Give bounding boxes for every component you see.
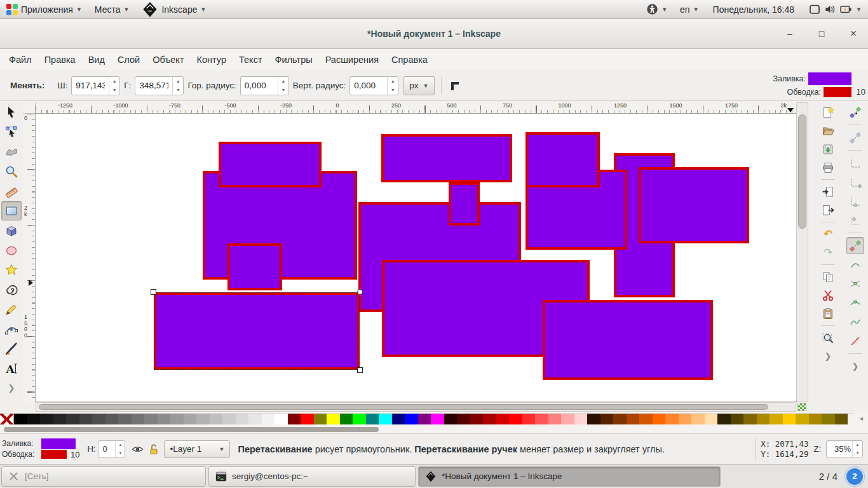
palette-swatch[interactable] xyxy=(470,414,484,424)
app-menu-inkscape[interactable]: Inkscape ▼ xyxy=(135,0,212,18)
palette-swatch[interactable] xyxy=(327,414,340,424)
spin-arrows[interactable]: ▲▼ xyxy=(387,77,398,95)
notification-badge[interactable]: 2 xyxy=(846,468,863,485)
palette-swatch[interactable] xyxy=(600,414,614,424)
keyboard-layout-menu[interactable]: en ▼ xyxy=(674,4,705,15)
save-document-button[interactable] xyxy=(819,140,837,158)
palette-swatch[interactable] xyxy=(275,414,288,424)
palette-swatch[interactable] xyxy=(170,414,184,424)
palette-scroll-left-icon[interactable]: ◂ xyxy=(859,414,863,423)
copy-button[interactable] xyxy=(819,268,837,285)
palette-swatch[interactable] xyxy=(353,414,366,424)
status-fill-swatch[interactable] xyxy=(41,438,76,449)
palette-swatch-none[interactable] xyxy=(0,414,14,424)
radius-handle-ne[interactable] xyxy=(357,289,363,295)
status-stroke-swatch[interactable] xyxy=(41,450,67,459)
layer-visibility-eye-icon[interactable] xyxy=(132,445,144,454)
menu-text[interactable]: Текст xyxy=(233,51,269,69)
palette-swatch[interactable] xyxy=(743,414,757,424)
window-titlebar[interactable]: *Новый документ 1 – Inkscape – □ × xyxy=(0,19,868,49)
opacity-spinbox[interactable]: 0 ▲▼ xyxy=(98,440,125,458)
canvas-rectangle[interactable] xyxy=(639,167,749,243)
palette-swatch[interactable] xyxy=(705,414,718,424)
palette-swatch[interactable] xyxy=(53,414,67,424)
minimize-button[interactable]: – xyxy=(783,27,797,41)
zoom-drawing-button[interactable] xyxy=(819,329,837,346)
palette-swatch[interactable] xyxy=(262,414,275,424)
tool-node-editor[interactable] xyxy=(1,122,22,142)
taskbar-item-inkscape-active[interactable]: *Новый документ 1 – Inkscape xyxy=(418,466,721,487)
ry-spinbox[interactable]: ▲▼ xyxy=(349,76,398,95)
snap-bbox-corners-toggle[interactable] xyxy=(846,173,864,191)
palette-swatch[interactable] xyxy=(639,414,653,424)
menu-extensions[interactable]: Расширения xyxy=(319,51,385,69)
snap-cusp-nodes-toggle[interactable] xyxy=(846,313,864,330)
spin-arrows[interactable]: ▲▼ xyxy=(115,441,125,458)
palette-swatch[interactable] xyxy=(340,414,353,424)
palette-swatch[interactable] xyxy=(627,414,640,424)
palette-swatch[interactable] xyxy=(548,414,562,424)
palette-swatch[interactable] xyxy=(822,414,835,424)
rx-spinbox[interactable]: ▲▼ xyxy=(240,76,289,95)
snap-bbox-edge-midpoints-toggle[interactable] xyxy=(846,193,864,210)
tool-pencil[interactable] xyxy=(1,299,22,319)
tool-measure[interactable] xyxy=(1,181,22,201)
snap-overflow[interactable]: ❯ xyxy=(846,358,864,375)
palette-swatch[interactable] xyxy=(483,414,496,424)
palette-swatch[interactable] xyxy=(509,414,522,424)
import-button[interactable] xyxy=(819,183,837,200)
menu-file[interactable]: Файл xyxy=(3,51,38,69)
snap-bbox-edges-toggle[interactable] xyxy=(846,154,864,172)
horizontal-scrollbar-thumb[interactable] xyxy=(39,404,768,410)
palette-swatch[interactable] xyxy=(691,414,705,424)
tool-text[interactable]: A xyxy=(1,358,22,378)
new-document-button[interactable] xyxy=(819,104,837,121)
horizontal-ruler[interactable]: -1250-1000-750-500-250025050075010001250… xyxy=(36,102,796,114)
palette-swatch[interactable] xyxy=(574,414,588,424)
print-button[interactable] xyxy=(819,159,837,176)
menu-view[interactable]: Вид xyxy=(82,51,111,69)
palette-swatch[interactable] xyxy=(587,414,600,424)
taskbar-item-network[interactable]: [Сеть] xyxy=(1,466,206,487)
palette-swatch[interactable] xyxy=(288,414,301,424)
palette-swatch[interactable] xyxy=(522,414,536,424)
palette-swatch[interactable] xyxy=(405,414,418,424)
palette-swatch[interactable] xyxy=(301,414,314,424)
menu-edit[interactable]: Правка xyxy=(38,51,82,69)
places-menu[interactable]: Места ▼ xyxy=(88,0,136,18)
units-dropdown[interactable]: px ▼ xyxy=(403,76,434,95)
rx-input[interactable] xyxy=(241,77,278,95)
width-input[interactable] xyxy=(72,77,109,95)
close-button[interactable]: × xyxy=(846,27,860,41)
vertical-scrollbar-thumb[interactable] xyxy=(798,114,806,229)
palette-swatch[interactable] xyxy=(431,414,444,424)
palette-swatch[interactable] xyxy=(809,414,822,424)
palette-swatch[interactable] xyxy=(92,414,105,424)
palette-swatch[interactable] xyxy=(105,414,119,424)
canvas-rectangle[interactable] xyxy=(543,300,713,380)
redo-button[interactable]: ↷ xyxy=(819,244,837,261)
resize-handle-se[interactable] xyxy=(357,367,363,373)
palette-swatch[interactable] xyxy=(535,414,548,424)
palette-swatch[interactable] xyxy=(418,414,431,424)
tool-tweak[interactable] xyxy=(1,142,22,161)
tool-3d-box[interactable] xyxy=(1,220,22,240)
tool-spiral[interactable] xyxy=(1,280,22,299)
palette-swatch[interactable] xyxy=(444,414,458,424)
snap-path-midpoints-toggle[interactable] xyxy=(846,294,864,311)
open-document-button[interactable] xyxy=(819,122,837,139)
palette-swatch[interactable] xyxy=(144,414,158,424)
undo-button[interactable]: ↶ xyxy=(819,226,837,243)
clock[interactable]: Понедельник, 16:48 xyxy=(705,4,803,15)
palette-swatch[interactable] xyxy=(40,414,53,424)
tool-ellipse[interactable] xyxy=(1,240,22,260)
stroke-color-swatch[interactable] xyxy=(824,87,851,97)
horizontal-scrollbar[interactable] xyxy=(36,402,796,412)
canvas-area[interactable] xyxy=(36,114,796,402)
palette-swatch[interactable] xyxy=(783,414,796,424)
tool-bezier-pen[interactable] xyxy=(1,319,22,339)
palette-swatch[interactable] xyxy=(196,414,210,424)
zoom-spinbox[interactable]: 35% ▲▼ xyxy=(826,440,863,458)
palette-swatch[interactable] xyxy=(184,414,197,424)
ry-input[interactable] xyxy=(350,77,387,95)
